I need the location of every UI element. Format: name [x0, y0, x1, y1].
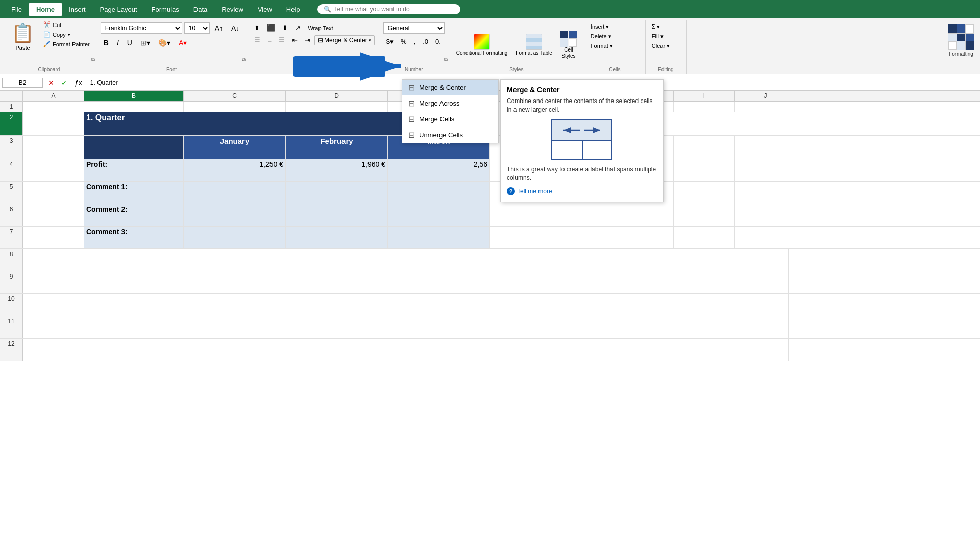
cell-D1[interactable]: [286, 102, 388, 112]
cell-B4[interactable]: Profit:: [84, 159, 184, 181]
percent-button[interactable]: %: [398, 36, 410, 47]
cell-row8[interactable]: [23, 249, 789, 271]
cell-B1[interactable]: [84, 102, 184, 112]
cell-H7[interactable]: [612, 227, 674, 248]
cell-B6[interactable]: Comment 2:: [84, 204, 184, 226]
copy-button[interactable]: 📄 Copy ▾: [41, 30, 92, 39]
col-header-A[interactable]: A: [23, 91, 84, 101]
orientation-button[interactable]: ↗: [292, 22, 304, 33]
insert-button[interactable]: Insert ▾: [589, 22, 615, 31]
decrease-indent-button[interactable]: ⇤: [289, 35, 301, 45]
col-header-D[interactable]: D: [286, 91, 388, 101]
search-input[interactable]: [334, 6, 454, 13]
bold-button[interactable]: B: [101, 37, 112, 48]
insert-function-button[interactable]: ƒx: [71, 77, 85, 88]
cell-G7[interactable]: [551, 227, 612, 248]
cell-A5[interactable]: [23, 182, 84, 204]
cell-A4[interactable]: [23, 159, 84, 181]
clipboard-expand-icon[interactable]: ⧉: [91, 57, 95, 63]
tell-more-link[interactable]: ? Tell me more: [507, 187, 657, 195]
search-bar[interactable]: 🔍: [317, 4, 460, 14]
tab-page-layout[interactable]: Page Layout: [93, 3, 144, 16]
number-expand-icon[interactable]: ⧉: [444, 57, 448, 63]
cell-C4[interactable]: 1,250 €: [184, 159, 286, 181]
cell-D7[interactable]: [286, 227, 388, 248]
cell-J2[interactable]: [694, 112, 755, 135]
cell-A2[interactable]: [23, 112, 84, 135]
underline-button[interactable]: U: [124, 37, 135, 48]
cell-D4[interactable]: 1,960 €: [286, 159, 388, 181]
align-top-button[interactable]: ⬆: [251, 22, 263, 33]
merge-center-menu-item[interactable]: ⊟ Merge & Center: [402, 80, 498, 95]
col-header-I[interactable]: I: [674, 91, 735, 101]
number-format-select[interactable]: General: [383, 22, 445, 34]
copy-dropdown-icon[interactable]: ▾: [68, 32, 70, 37]
increase-font-button[interactable]: A↑: [212, 22, 226, 34]
increase-decimal-button[interactable]: .0: [420, 36, 431, 47]
cell-J6[interactable]: [735, 204, 796, 226]
cell-I7[interactable]: [674, 227, 735, 248]
cut-button[interactable]: ✂️ Cut: [41, 20, 92, 29]
cell-I6[interactable]: [674, 204, 735, 226]
fill-button[interactable]: Fill ▾: [650, 32, 672, 41]
currency-button[interactable]: $▾: [383, 36, 397, 47]
cell-B3[interactable]: [84, 136, 184, 159]
decrease-font-button[interactable]: A↓: [228, 22, 242, 34]
font-expand-icon[interactable]: ⧉: [242, 57, 246, 63]
cell-I4[interactable]: [674, 159, 735, 181]
format-painter-button[interactable]: 🖌️ Format Painter: [41, 40, 92, 48]
merge-cells-menu-item[interactable]: ⊟ Merge Cells: [402, 111, 498, 127]
cell-J3[interactable]: [735, 136, 796, 159]
cell-D3[interactable]: February: [286, 136, 388, 159]
conditional-formatting-button[interactable]: Conditional Formatting: [453, 32, 511, 58]
tab-home[interactable]: Home: [29, 3, 62, 16]
comma-button[interactable]: ,: [411, 36, 419, 47]
cell-C6[interactable]: [184, 204, 286, 226]
fill-color-button[interactable]: 🎨▾: [155, 37, 174, 48]
cell-A1[interactable]: [23, 102, 84, 112]
tab-review[interactable]: Review: [214, 3, 251, 16]
align-left-button[interactable]: ☰: [251, 35, 263, 45]
align-middle-button[interactable]: ⬛: [264, 22, 278, 33]
wrap-text-button[interactable]: Wrap Text: [305, 23, 336, 33]
cell-row12[interactable]: [23, 339, 789, 361]
cell-J5[interactable]: [735, 182, 796, 204]
tab-formulas[interactable]: Formulas: [144, 3, 186, 16]
format-button[interactable]: Format ▾: [589, 42, 615, 51]
cell-C1[interactable]: [184, 102, 286, 112]
cell-I3[interactable]: [674, 136, 735, 159]
cell-C5[interactable]: [184, 182, 286, 204]
cell-D6[interactable]: [286, 204, 388, 226]
cell-styles-button[interactable]: CellStyles: [557, 29, 580, 61]
cell-row9[interactable]: [23, 271, 789, 293]
col-header-C[interactable]: C: [184, 91, 286, 101]
cell-A3[interactable]: [23, 136, 84, 159]
cell-E7[interactable]: [388, 227, 490, 248]
font-size-select[interactable]: 10: [184, 22, 210, 34]
cell-D5[interactable]: [286, 182, 388, 204]
cell-E6[interactable]: [388, 204, 490, 226]
align-bottom-button[interactable]: ⬇: [279, 22, 291, 33]
cell-A7[interactable]: [23, 227, 84, 248]
cell-row10[interactable]: [23, 294, 789, 316]
cell-J4[interactable]: [735, 159, 796, 181]
cell-B7[interactable]: Comment 3:: [84, 227, 184, 248]
cell-J1[interactable]: [735, 102, 796, 112]
delete-button[interactable]: Delete ▾: [589, 32, 615, 41]
col-header-J[interactable]: J: [735, 91, 796, 101]
clear-button[interactable]: Clear ▾: [650, 42, 672, 51]
merge-dropdown-arrow[interactable]: ▾: [369, 38, 371, 43]
cell-I5[interactable]: [674, 182, 735, 204]
col-header-B[interactable]: B: [84, 91, 184, 101]
tab-help[interactable]: Help: [279, 3, 307, 16]
cancel-formula-button[interactable]: ✕: [45, 77, 57, 88]
border-button[interactable]: ⊞▾: [137, 37, 153, 48]
paste-button[interactable]: 📋 Paste: [6, 20, 39, 53]
increase-indent-button[interactable]: ⇥: [302, 35, 313, 45]
cell-F7[interactable]: [490, 227, 551, 248]
cell-E5[interactable]: [388, 182, 490, 204]
cell-B5[interactable]: Comment 1:: [84, 182, 184, 204]
cell-J7[interactable]: [735, 227, 796, 248]
cell-E4[interactable]: 2,56: [388, 159, 490, 181]
cell-C3[interactable]: January: [184, 136, 286, 159]
